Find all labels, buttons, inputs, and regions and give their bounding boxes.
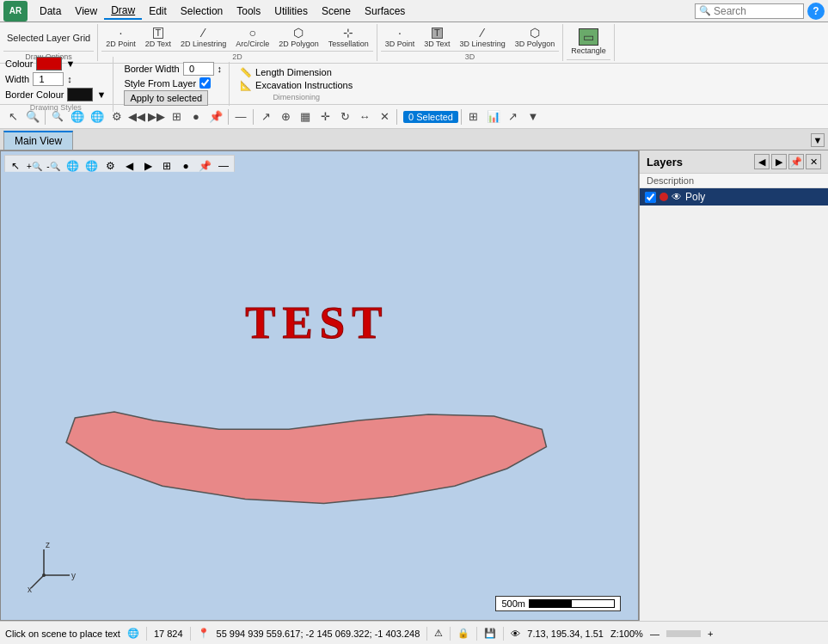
zoom-in-button[interactable]: 🔍: [23, 107, 42, 126]
search-icon: 🔍: [699, 5, 711, 16]
cursor-btn[interactable]: ↗: [256, 107, 275, 126]
tessellation-button[interactable]: ⊹ Tessellation: [324, 24, 373, 51]
layers-forward-button[interactable]: ▶: [771, 154, 787, 169]
export-btn[interactable]: ↗: [504, 107, 523, 126]
width-input[interactable]: [33, 72, 64, 86]
style-from-layer-checkbox[interactable]: [199, 77, 211, 89]
rotate-btn[interactable]: ↻: [335, 107, 354, 126]
2d-point-button[interactable]: · 2D Point: [101, 24, 140, 51]
main-view-tab[interactable]: Main View: [3, 131, 73, 150]
globe1-button[interactable]: 🌐: [68, 107, 87, 126]
separator-1: [45, 109, 46, 125]
3d-point-label: 3D Point: [385, 40, 415, 48]
menu-tools[interactable]: Tools: [230, 3, 267, 19]
settings-button[interactable]: ⚙: [107, 107, 126, 126]
3d-linestring-icon: ∕: [481, 27, 483, 39]
other-group: ▭ Rectangle: [567, 24, 615, 61]
3d-point-button[interactable]: · 3D Point: [381, 24, 420, 51]
rectangle-button[interactable]: ▭ Rectangle: [567, 26, 610, 58]
mirror-btn[interactable]: ↔: [355, 107, 374, 126]
2d-linestring-icon: ∕: [202, 27, 204, 39]
2d-point-icon: ·: [120, 27, 123, 39]
layers-pin-button[interactable]: 📌: [788, 154, 804, 169]
layers-close-button[interactable]: ✕: [806, 154, 821, 169]
width-row: Width ↕: [5, 72, 106, 86]
colour-dropdown-icon[interactable]: ▼: [65, 58, 75, 69]
table-btn[interactable]: ⊞: [464, 107, 483, 126]
help-button[interactable]: ?: [807, 3, 825, 20]
more-btn[interactable]: ▼: [524, 107, 543, 126]
layers-header: Layers ◀ ▶ 📌 ✕: [640, 150, 828, 174]
menu-view[interactable]: View: [68, 3, 104, 19]
style-from-layer-row: Style From Layer: [124, 77, 222, 89]
tab-close-btn[interactable]: ▼: [811, 133, 825, 147]
menu-scene[interactable]: Scene: [315, 3, 358, 19]
status-zoom-out-btn[interactable]: —: [650, 629, 659, 639]
layer-poly-checkbox[interactable]: [645, 192, 656, 203]
3d-polygon-icon: ⬡: [530, 27, 540, 39]
tab-controls: ▼: [811, 133, 825, 147]
dot-button[interactable]: ●: [187, 107, 205, 126]
scale-line: [529, 599, 615, 608]
status-zoom: Z:100%: [610, 629, 643, 639]
rectangle-icon: ▭: [579, 28, 598, 46]
status-icon-globe[interactable]: 🌐: [127, 628, 139, 639]
svg-text:z: z: [46, 541, 50, 549]
pin-button[interactable]: 📌: [206, 107, 225, 126]
3d-linestring-button[interactable]: ∕ 3D Linestring: [456, 24, 510, 51]
menu-utilities[interactable]: Utilities: [267, 3, 315, 19]
menu-selection[interactable]: Selection: [174, 3, 230, 19]
arc-circle-button[interactable]: ○ Arc/Circle: [231, 24, 273, 51]
2d-polygon-label: 2D Polygon: [279, 40, 319, 48]
border-width-input[interactable]: [183, 62, 214, 76]
svg-rect-0: [1, 172, 638, 599]
other-group-content: ▭ Rectangle: [567, 24, 610, 59]
status-icon-save[interactable]: 💾: [484, 628, 496, 639]
2d-linestring-label: 2D Linestring: [181, 40, 226, 48]
border-colour-swatch[interactable]: [67, 88, 93, 101]
border-colour-dropdown-icon[interactable]: ▼: [96, 89, 106, 100]
select-tool-button[interactable]: ↖: [3, 107, 22, 126]
search-box[interactable]: 🔍: [695, 3, 804, 19]
2d-text-button[interactable]: T 2D Text: [141, 25, 175, 51]
border-width-spinner-icon[interactable]: ↕: [218, 64, 223, 74]
status-zoom-in-btn[interactable]: +: [708, 629, 713, 639]
select-btn2[interactable]: ▦: [296, 107, 315, 126]
forward-fast-button[interactable]: ▶▶: [147, 107, 166, 126]
menu-edit[interactable]: Edit: [142, 3, 174, 19]
2d-polygon-button[interactable]: ⬡ 2D Polygon: [274, 24, 323, 51]
click-message: Click on scene to place text: [5, 629, 120, 639]
zoom-out-button[interactable]: 🔍: [48, 107, 67, 126]
delete-btn[interactable]: ✕: [375, 107, 394, 126]
back-fast-button[interactable]: ◀◀: [127, 107, 146, 126]
move-btn[interactable]: ✛: [316, 107, 334, 126]
apply-selected-button[interactable]: Apply to selected: [124, 90, 208, 106]
grid-button[interactable]: ⊞: [167, 107, 186, 126]
status-icon-lock[interactable]: 🔒: [457, 628, 469, 639]
3d-polygon-label: 3D Polygon: [515, 40, 555, 48]
width-spinner-icon[interactable]: ↕: [67, 74, 72, 84]
3d-group-content: · 3D Point T 3D Text ∕ 3D Linestring ⬡ 3…: [381, 24, 559, 51]
3d-text-label: 3D Text: [424, 40, 450, 48]
layers-back-button[interactable]: ◀: [754, 154, 770, 169]
border-colour-label: Border Colour: [5, 89, 64, 100]
3d-text-button[interactable]: T 3D Text: [420, 25, 454, 51]
app-icon: AR: [3, 1, 28, 21]
chart-btn[interactable]: 📊: [484, 107, 503, 126]
globe2-button[interactable]: 🌐: [88, 107, 107, 126]
menu-data[interactable]: Data: [33, 3, 68, 19]
2d-linestring-button[interactable]: ∕ 2D Linestring: [176, 24, 230, 51]
scale-label: 500m: [501, 598, 525, 609]
3d-polygon-button[interactable]: ⬡ 3D Polygon: [511, 24, 560, 51]
colour-swatch[interactable]: [36, 57, 62, 71]
status-icon-warning[interactable]: ⚠: [434, 628, 443, 639]
layer-row-poly[interactable]: 👁 Poly: [640, 188, 828, 205]
menu-draw[interactable]: Draw: [104, 3, 142, 20]
excavation-label: Excavation Instructions: [255, 80, 353, 90]
menu-surfaces[interactable]: Surfaces: [358, 3, 412, 19]
line-button[interactable]: —: [231, 107, 250, 126]
search-input[interactable]: [714, 5, 800, 17]
layer-poly-eye-icon[interactable]: 👁: [672, 191, 682, 203]
excavation-icon: 📐: [240, 80, 252, 91]
target-btn[interactable]: ⊕: [276, 107, 295, 126]
